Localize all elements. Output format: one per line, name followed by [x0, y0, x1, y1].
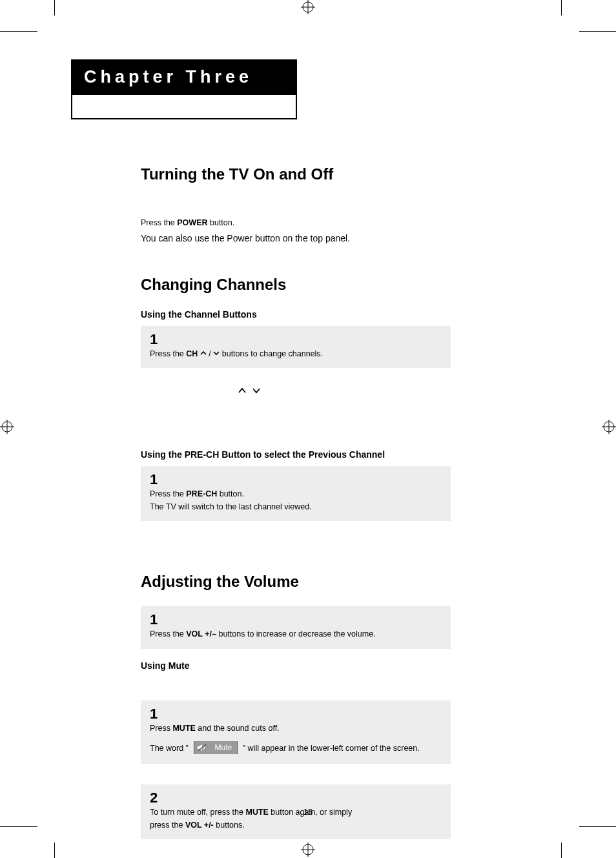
text: will appear in the lower-left corner of … [248, 744, 420, 753]
chevron-up-icon [238, 386, 247, 395]
text: buttons to change channels. [220, 349, 323, 358]
text: The word [150, 744, 186, 753]
registration-mark-left [0, 420, 14, 434]
tv-line2: You can also use the Power button on the… [141, 232, 451, 246]
page-number: 15 [0, 807, 616, 817]
registration-mark-bottom [301, 843, 315, 857]
step-box-ch: 1 Press the CH / buttons to change chann… [141, 326, 451, 368]
step-number: 1 [150, 332, 442, 347]
crop-line [561, 843, 562, 858]
page-content: Turning the TV On and Off Press the POWE… [141, 165, 451, 844]
crop-line [579, 826, 616, 827]
quote-open: " [186, 744, 189, 753]
text: button. [208, 218, 235, 227]
step-box-volume: 1 Press the VOL +/– buttons to increase … [141, 606, 451, 648]
step-box-prech: 1 Press the PRE-CH button. The TV will s… [141, 466, 451, 521]
mute-bold: MUTE [172, 724, 195, 733]
step-text: Press the VOL +/– buttons to increase or… [150, 628, 442, 640]
text: Press the [150, 489, 186, 498]
section-heading-volume: Adjusting the Volume [141, 573, 451, 591]
sub-heading-channel-buttons: Using the Channel Buttons [141, 309, 451, 320]
crop-line [579, 31, 616, 32]
text: Press the [150, 349, 186, 358]
text: Press [150, 724, 172, 733]
text: The TV will switch to the last channel v… [150, 502, 312, 511]
text: buttons. [214, 821, 245, 830]
text: Press the [150, 629, 186, 638]
quote-close: " [243, 744, 245, 753]
mute-badge-label: Mute [210, 741, 238, 754]
chevron-pair-decoration [236, 386, 451, 398]
vol-bold: VOL +/– [186, 629, 216, 638]
power-bold: POWER [177, 218, 207, 227]
step-number: 2 [150, 791, 442, 805]
step-number: 1 [150, 707, 442, 721]
step-text: Press the CH / buttons to change channel… [150, 348, 442, 360]
ch-bold: CH [186, 349, 198, 358]
chapter-box-empty [72, 95, 296, 118]
text: press the [150, 821, 185, 830]
prech-bold: PRE-CH [186, 489, 217, 498]
registration-mark-right [602, 420, 616, 434]
chapter-label: Chapter Three [72, 61, 296, 95]
text: Press the [141, 218, 177, 227]
crop-line [561, 0, 562, 15]
step-text: Press the PRE-CH button. The TV will swi… [150, 488, 442, 513]
chevron-up-icon [200, 348, 207, 360]
registration-mark-top [301, 0, 315, 14]
text: button. [217, 489, 244, 498]
mute-badge: Mute [194, 741, 238, 756]
crop-line [0, 826, 37, 827]
speaker-mute-icon [194, 741, 210, 754]
crop-line [0, 31, 37, 32]
text: and the sound cuts off. [196, 724, 280, 733]
tv-line1: Press the POWER button. [141, 217, 451, 229]
crop-line [54, 843, 55, 858]
vol-bold: VOL +/- [185, 821, 214, 830]
step-text: Press MUTE and the sound cuts off. The w… [150, 722, 442, 757]
step-number: 1 [150, 473, 442, 487]
crop-line [54, 0, 55, 15]
text: buttons to increase or decrease the volu… [216, 629, 376, 638]
text: / [207, 349, 213, 358]
sub-heading-prech: Using the PRE-CH Button to select the Pr… [141, 449, 451, 460]
section-heading-channels: Changing Channels [141, 276, 451, 294]
chevron-down-icon [252, 386, 261, 395]
chapter-box: Chapter Three [71, 59, 297, 119]
step-box-mute1: 1 Press MUTE and the sound cuts off. The… [141, 700, 451, 764]
step-number: 1 [150, 613, 442, 627]
section-heading-tv: Turning the TV On and Off [141, 165, 451, 183]
sub-heading-mute: Using Mute [141, 660, 451, 671]
chevron-down-icon [213, 348, 220, 360]
